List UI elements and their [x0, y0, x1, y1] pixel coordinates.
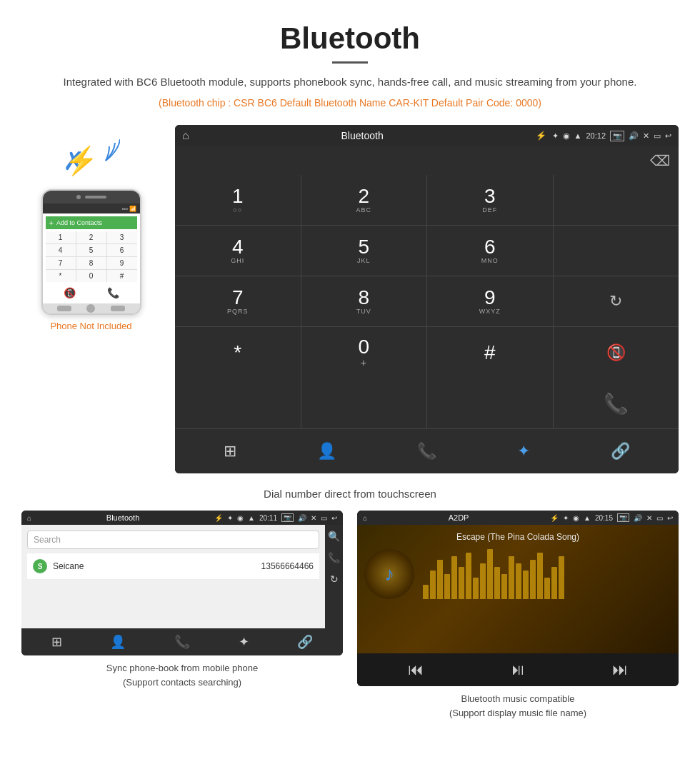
- pb-vol-icon: 🔊: [298, 514, 306, 522]
- dial-display-area: ⌫: [175, 146, 679, 175]
- bluetooth-nav-icon[interactable]: ✦: [509, 438, 539, 465]
- key-empty-r3: ↻: [554, 276, 679, 326]
- phonebook-area: Search S Seicane 13566664466 🔍 📞 ↻: [21, 525, 343, 628]
- eq-bar: [430, 571, 436, 599]
- phonebook-screen: ⌂ Bluetooth ⚡ ✦ ◉ ▲ 20:11 📷 🔊 ✕ ▭ ↩ Sear…: [21, 511, 343, 655]
- prev-track-icon[interactable]: ⏮: [408, 660, 424, 679]
- phone-top-bar: [43, 191, 140, 203]
- pb-link-icon[interactable]: 🔗: [297, 634, 313, 650]
- pb-refresh-icon[interactable]: ↻: [330, 573, 339, 585]
- eq-bar: [466, 553, 471, 599]
- mus-screen-title: A2DP: [371, 513, 546, 522]
- phone-icon[interactable]: 📞: [409, 438, 445, 465]
- phone-end-icon: 📵: [64, 287, 76, 298]
- music-caption: Bluetooth music compatible (Support disp…: [449, 692, 586, 720]
- play-pause-icon[interactable]: ⏯: [510, 660, 526, 679]
- call-button[interactable]: 📞: [604, 392, 629, 416]
- pb-loc-icon: ◉: [237, 514, 244, 522]
- dial-bottom-bar: ⊞ 👤 📞 ✦ 🔗: [175, 428, 679, 473]
- eq-bar: [544, 578, 550, 599]
- grid-icon[interactable]: ⊞: [215, 438, 245, 465]
- eq-bar: [480, 563, 486, 599]
- eq-bar: [423, 585, 429, 599]
- dial-status-bar: ⌂ Bluetooth ⚡ ✦ ◉ ▲ 20:12 📷 🔊 ✕ ▭ ↩: [175, 125, 679, 146]
- mus-usb-icon: ⚡: [550, 514, 559, 522]
- mus-sig-icon: ▲: [584, 514, 591, 522]
- music-block: ⌂ A2DP ⚡ ✦ ◉ ▲ 20:15 📷 🔊 ✕ ▭ ↩ Escape (T…: [357, 511, 679, 720]
- contact-number: 13566664466: [261, 561, 314, 571]
- phonebook-icons-right: 🔍 📞 ↻: [325, 525, 343, 628]
- key-0[interactable]: 0 +: [301, 327, 427, 378]
- pb-grid-icon[interactable]: ⊞: [51, 634, 62, 650]
- music-main-area: ♪: [364, 549, 671, 599]
- key-hash[interactable]: #: [427, 327, 553, 378]
- phonebook-main: Search S Seicane 13566664466: [21, 525, 325, 628]
- phone-key-0: 0: [76, 270, 106, 282]
- home-icon: ⌂: [182, 129, 189, 142]
- phone-key-star: *: [46, 270, 76, 282]
- signal-icon: ▲: [574, 131, 582, 140]
- backspace-button[interactable]: ⌫: [650, 152, 670, 169]
- key-7[interactable]: 7 PQRS: [175, 276, 301, 326]
- pb-phone-icon[interactable]: 📞: [328, 552, 340, 563]
- key-empty-call4: 📞: [554, 378, 679, 428]
- title-divider: [332, 61, 368, 64]
- phone-bottom-bar: [43, 303, 140, 313]
- pb-bt-icon: ✦: [227, 514, 233, 522]
- key-empty-r4: 📵: [554, 327, 679, 378]
- eq-bar: [494, 567, 500, 599]
- phone-screen: + Add to Contacts 1 2 3 4 5 6 7 8 9 * 0 …: [43, 213, 140, 303]
- eq-bars: [421, 549, 671, 599]
- key-5[interactable]: 5 JKL: [301, 226, 427, 276]
- eq-bar: [437, 560, 443, 599]
- pb-cam-icon: 📷: [281, 513, 294, 522]
- eq-bar: [530, 560, 536, 599]
- link-icon[interactable]: 🔗: [602, 438, 639, 465]
- header-section: Bluetooth Integrated with BC6 Bluetooth …: [0, 0, 700, 118]
- mus-vol-icon: 🔊: [634, 514, 642, 522]
- eq-bar: [451, 556, 457, 599]
- key-4[interactable]: 4 GHI: [175, 226, 301, 276]
- phone-key-9: 9: [107, 257, 137, 269]
- phone-key-2: 2: [76, 231, 106, 243]
- phone-not-included-label: Phone Not Included: [50, 321, 131, 331]
- equalizer-area: [421, 549, 671, 599]
- mus-x-icon: ✕: [646, 514, 652, 522]
- key-3[interactable]: 3 DEF: [427, 175, 553, 225]
- status-icons-group: ✦ ◉ ▲ 20:12 📷 🔊 ✕ ▭ ↩: [552, 131, 671, 141]
- phone-key-1: 1: [46, 231, 76, 243]
- key-star[interactable]: *: [175, 327, 301, 378]
- bluetooth-signal-graphic: ✗ ⚡: [63, 139, 120, 182]
- search-bar[interactable]: Search: [27, 531, 319, 549]
- phone-camera: [76, 195, 81, 199]
- phonebook-caption-line2: (Support contacts searching): [123, 677, 241, 688]
- close-icon: ✕: [643, 131, 649, 141]
- contacts-icon[interactable]: 👤: [309, 438, 345, 465]
- end-call-button[interactable]: 📵: [606, 343, 626, 362]
- phonebook-block: ⌂ Bluetooth ⚡ ✦ ◉ ▲ 20:11 📷 🔊 ✕ ▭ ↩ Sear…: [21, 511, 343, 720]
- mus-time: 20:15: [595, 514, 613, 522]
- pb-contacts-icon[interactable]: 👤: [110, 634, 126, 650]
- key-9[interactable]: 9 WXYZ: [427, 276, 553, 326]
- song-title: Escape (The Pina Colada Song): [456, 532, 579, 542]
- eq-bar: [523, 571, 529, 599]
- key-8[interactable]: 8 TUV: [301, 276, 427, 326]
- key-2[interactable]: 2 ABC: [301, 175, 427, 225]
- key-6[interactable]: 6 MNO: [427, 226, 553, 276]
- pb-bt-nav-icon[interactable]: ✦: [239, 634, 249, 650]
- pb-search-icon[interactable]: 🔍: [328, 531, 340, 542]
- eq-bar: [501, 574, 507, 599]
- location-icon: ◉: [563, 131, 570, 141]
- key-empty-call: [175, 378, 301, 428]
- eq-bar: [537, 553, 543, 599]
- next-track-icon[interactable]: ⏭: [612, 660, 628, 679]
- page-title: Bluetooth: [43, 21, 657, 56]
- eq-bar: [473, 578, 479, 599]
- music-content: Escape (The Pina Colada Song) ♪: [357, 525, 679, 653]
- bt-music-icon: ♪: [384, 563, 394, 585]
- key-1[interactable]: 1 ○○: [175, 175, 301, 225]
- pb-call-icon[interactable]: 📞: [174, 634, 190, 650]
- mus-home-icon: ⌂: [363, 514, 367, 522]
- phone-status-bar: ▪▪▪ 📶: [43, 203, 140, 213]
- phone-key-4: 4: [46, 244, 76, 256]
